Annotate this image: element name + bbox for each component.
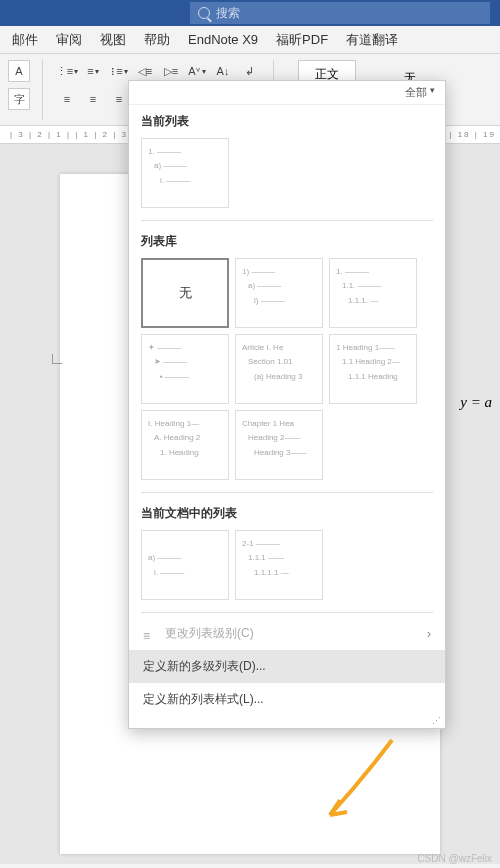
align-center-button[interactable]: ≡ [81, 88, 105, 110]
resize-grip[interactable]: ⋰ [129, 716, 445, 728]
title-bar: 搜索 [0, 0, 500, 26]
search-icon [198, 7, 210, 19]
divider [141, 220, 433, 221]
define-new-list-style-action[interactable]: 定义新的列表样式(L)... [129, 683, 445, 716]
align-left-button[interactable]: ≡ [55, 88, 79, 110]
list-preview-current[interactable]: 1. ——— a) ——— i. ——— [141, 138, 229, 208]
indent-icon [143, 629, 157, 639]
dropdown-filter[interactable]: 全部 [129, 81, 445, 105]
equation-text: y = a [460, 394, 492, 411]
list-preview-lib2[interactable]: 1. ——— 1.1. ——— 1.1.1. — [329, 258, 417, 328]
ribbon-tabs: 邮件 审阅 视图 帮助 EndNote X9 福昕PDF 有道翻译 [0, 26, 500, 54]
section-current-title: 当前列表 [141, 113, 433, 130]
divider [141, 492, 433, 493]
show-marks-button[interactable]: ↲ [237, 60, 261, 82]
decrease-indent-button[interactable]: ◁≡ [133, 60, 157, 82]
list-preview-lib4[interactable]: Article I. He Section 1.01 (a) Heading 3 [235, 334, 323, 404]
search-box[interactable]: 搜索 [190, 2, 490, 24]
margin-marker [52, 354, 62, 364]
numbering-button[interactable]: ≡ [81, 60, 105, 82]
multilevel-list-button[interactable]: ⫶≡ [107, 60, 131, 82]
define-new-multilevel-action[interactable]: 定义新的多级列表(D)... [129, 650, 445, 683]
tab-view[interactable]: 视图 [100, 31, 126, 49]
search-placeholder: 搜索 [216, 5, 240, 22]
list-preview-doc2[interactable]: 2-1 ——— 1.1.1 —— 1.1.1.1 — [235, 530, 323, 600]
divider [141, 612, 433, 613]
tab-help[interactable]: 帮助 [144, 31, 170, 49]
list-preview-lib7[interactable]: Chapter 1 Hea Heading 2—— Heading 3—— [235, 410, 323, 480]
change-list-level-action: 更改列表级别(C) › [129, 617, 445, 650]
watermark: CSDN @wzFelix [417, 853, 492, 864]
list-preview-none[interactable]: 无 [141, 258, 229, 328]
sort-button[interactable]: A↓ [211, 60, 235, 82]
tab-endnote[interactable]: EndNote X9 [188, 32, 258, 47]
list-preview-lib5[interactable]: 1 Heading 1—— 1.1 Heading 2— 1.1.1 Headi… [329, 334, 417, 404]
phonetic-button[interactable]: A [8, 60, 30, 82]
asian-layout-button[interactable]: Aᵛ [185, 60, 209, 82]
tab-youdao[interactable]: 有道翻译 [346, 31, 398, 49]
list-preview-lib3[interactable]: ✦ ——— ➤ ——— ▪ ——— [141, 334, 229, 404]
tab-mail[interactable]: 邮件 [12, 31, 38, 49]
list-preview-lib1[interactable]: 1) ——— a) ——— i) ——— [235, 258, 323, 328]
separator [42, 60, 43, 120]
multilevel-list-dropdown: 全部 当前列表 1. ——— a) ——— i. ——— 列表库 无 1) ——… [128, 80, 446, 729]
chevron-right-icon: › [427, 627, 431, 641]
tab-foxit[interactable]: 福昕PDF [276, 31, 328, 49]
tab-review[interactable]: 审阅 [56, 31, 82, 49]
list-preview-lib6[interactable]: I. Heading 1— A. Heading 2 1. Heading [141, 410, 229, 480]
increase-indent-button[interactable]: ▷≡ [159, 60, 183, 82]
bullets-button[interactable]: ⋮≡ [55, 60, 79, 82]
list-preview-doc1[interactable]: a) ——— i. ——— [141, 530, 229, 600]
char-border-button[interactable]: 字 [8, 88, 30, 110]
section-library-title: 列表库 [141, 233, 433, 250]
section-indoc-title: 当前文档中的列表 [141, 505, 433, 522]
